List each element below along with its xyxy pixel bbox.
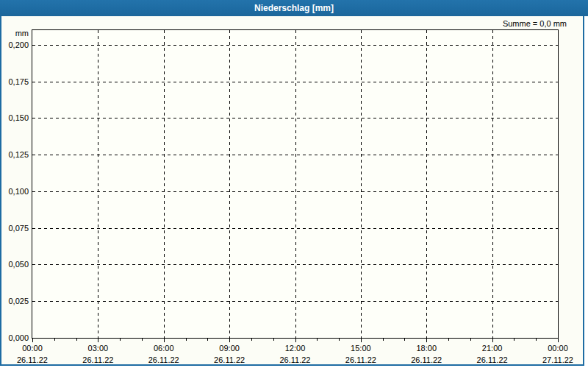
x-tick-time-label: 00:00: [6, 343, 59, 353]
x-minor-tick: [207, 339, 208, 341]
x-tick-date-label: 26.11.22: [203, 355, 256, 365]
y-axis-unit-label: mm: [1, 29, 29, 38]
x-major-tick: [164, 339, 165, 342]
x-major-tick: [98, 339, 98, 342]
chart-title: Niederschlag [mm]: [254, 3, 334, 13]
y-tick-label: 0,050: [1, 259, 29, 269]
y-tick-label: 0,100: [1, 186, 29, 197]
x-tick-time-label: 00:00: [531, 343, 584, 353]
x-tick-time-label: 09:00: [203, 343, 256, 353]
y-tick-label: 0,000: [1, 333, 29, 343]
x-minor-tick: [273, 339, 274, 341]
x-tick-time-label: 12:00: [269, 343, 322, 353]
y-tick-label: 0,125: [1, 149, 29, 160]
x-minor-tick: [404, 339, 405, 341]
x-tick-time-label: 06:00: [137, 343, 190, 353]
x-gridline: [361, 30, 362, 338]
x-minor-tick: [120, 339, 121, 341]
x-minor-tick: [251, 339, 252, 341]
x-minor-tick: [536, 339, 537, 341]
x-tick-date-label: 26.11.22: [334, 355, 387, 365]
x-minor-tick: [142, 339, 143, 341]
y-tick-label: 0,150: [1, 113, 29, 123]
x-major-tick: [426, 339, 427, 342]
x-gridline: [229, 30, 230, 338]
x-major-tick: [558, 339, 559, 342]
x-gridline: [98, 30, 98, 338]
x-tick-time-label: 15:00: [334, 343, 387, 353]
sum-annotation: Summe = 0,0 mm: [503, 19, 567, 29]
x-minor-tick: [54, 339, 55, 341]
x-major-tick: [32, 339, 33, 342]
x-tick-time-label: 03:00: [71, 343, 124, 353]
x-tick-date-label: 26.11.22: [269, 355, 322, 365]
x-tick-time-label: 21:00: [466, 343, 519, 353]
x-major-tick: [361, 339, 362, 342]
x-gridline: [295, 30, 296, 338]
x-tick-date-label: 26.11.22: [400, 355, 453, 365]
x-minor-tick: [514, 339, 514, 341]
x-minor-tick: [339, 339, 340, 341]
x-minor-tick: [76, 339, 77, 341]
y-tick-label: 0,200: [1, 40, 29, 50]
y-tick-label: 0,025: [1, 296, 29, 306]
x-minor-tick: [383, 339, 384, 341]
x-tick-date-label: 27.11.22: [531, 355, 584, 365]
chart-title-bar: Niederschlag [mm]: [0, 0, 588, 16]
x-minor-tick: [448, 339, 449, 341]
x-tick-date-label: 26.11.22: [137, 355, 190, 365]
y-tick-label: 0,175: [1, 77, 29, 87]
x-major-tick: [295, 339, 296, 342]
x-gridline: [492, 30, 493, 338]
y-tick-label: 0,075: [1, 223, 29, 233]
x-tick-date-label: 26.11.22: [6, 355, 59, 365]
x-gridline: [426, 30, 427, 338]
x-major-tick: [492, 339, 493, 342]
x-major-tick: [229, 339, 230, 342]
x-minor-tick: [317, 339, 318, 341]
chart-content: Summe = 0,0 mm mm 0,0000,0250,0500,0750,…: [0, 16, 584, 366]
x-tick-date-label: 26.11.22: [466, 355, 519, 365]
x-tick-date-label: 26.11.22: [71, 355, 124, 365]
x-tick-time-label: 18:00: [400, 343, 453, 353]
plot-area: [32, 29, 559, 339]
x-minor-tick: [186, 339, 187, 341]
x-gridline: [164, 30, 165, 338]
x-minor-tick: [470, 339, 471, 341]
